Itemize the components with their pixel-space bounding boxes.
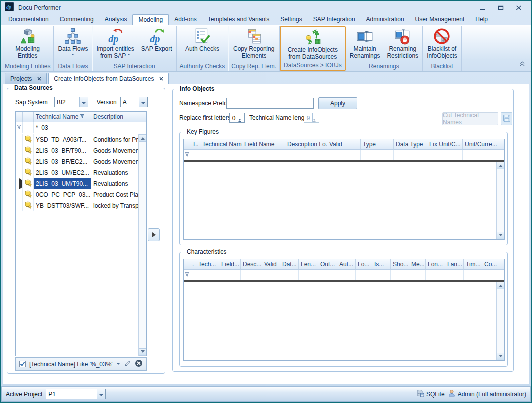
active-project-combo[interactable]: P1 bbox=[46, 389, 106, 399]
sap-system-combo[interactable]: BI2 bbox=[54, 97, 88, 107]
version-combo[interactable]: A bbox=[120, 97, 148, 107]
data-flows-button[interactable]: Data Flows bbox=[54, 26, 91, 62]
column-header[interactable]: Technical Name bbox=[200, 139, 242, 149]
filter-cell[interactable] bbox=[482, 270, 497, 280]
scroll-up-button[interactable] bbox=[497, 162, 504, 169]
column-header[interactable]: Description Lo... bbox=[285, 139, 327, 149]
description-cell[interactable]: Goods Movement... bbox=[91, 156, 138, 167]
ribbon-tab-commenting[interactable]: Commenting bbox=[54, 14, 99, 25]
apply-button[interactable]: Apply bbox=[318, 97, 357, 109]
technical-name-cell[interactable]: 2LIS_03_BF/T90... bbox=[34, 145, 91, 156]
column-header[interactable]: Lo... bbox=[356, 259, 372, 269]
technical-name-cell[interactable]: 2LIS_03_BF/EC2... bbox=[34, 156, 91, 167]
chevron-down-icon[interactable] bbox=[139, 97, 147, 107]
ribbon-tab-templates-and-variants[interactable]: Templates and Variants bbox=[202, 14, 275, 25]
column-header[interactable]: Dat... bbox=[280, 259, 299, 269]
column-header[interactable]: Field... bbox=[219, 259, 241, 269]
chevron-down-icon[interactable] bbox=[79, 97, 88, 107]
filter-cell[interactable] bbox=[299, 270, 318, 280]
filter-cell[interactable] bbox=[372, 270, 391, 280]
filter-cell[interactable] bbox=[426, 270, 445, 280]
filter-cell[interactable] bbox=[394, 150, 427, 160]
description-cell[interactable]: Conditions for Pri... bbox=[91, 134, 138, 145]
table-row[interactable]: 2LIS_03_BF/EC2...Goods Movement... bbox=[16, 156, 138, 167]
filter-cell[interactable] bbox=[242, 150, 285, 160]
scroll-down-button[interactable] bbox=[497, 232, 504, 239]
auth-checks-button[interactable]: Auth Checks bbox=[182, 26, 223, 62]
maintain-renamings-button[interactable]: MaintainRenamings bbox=[346, 26, 384, 62]
cut-technical-names-button[interactable]: Cut Technical Names bbox=[442, 112, 498, 125]
scroll-down-button[interactable] bbox=[139, 348, 146, 356]
vertical-scrollbar[interactable] bbox=[138, 134, 146, 356]
filter-cell[interactable] bbox=[318, 270, 337, 280]
column-header[interactable]: Tech... bbox=[196, 259, 219, 269]
column-header[interactable]: Desc... bbox=[241, 259, 262, 269]
filter-cell[interactable] bbox=[409, 270, 426, 280]
technical-name-cell[interactable]: 2LIS_03_UM/EC2... bbox=[34, 167, 91, 178]
save-button[interactable] bbox=[501, 112, 512, 125]
column-header[interactable]: Type bbox=[361, 139, 394, 149]
column-header[interactable]: Tim... bbox=[464, 259, 482, 269]
filter-cell[interactable] bbox=[190, 150, 200, 160]
filter-cell[interactable] bbox=[262, 270, 280, 280]
column-header[interactable]: Field Name bbox=[242, 139, 285, 149]
document-tab[interactable]: Create InfoObjects from DataSources bbox=[48, 73, 169, 84]
filter-cell[interactable] bbox=[391, 270, 409, 280]
close-button[interactable] bbox=[515, 5, 522, 11]
filter-cell[interactable] bbox=[464, 270, 482, 280]
description-cell[interactable]: locked by Transp... bbox=[91, 200, 138, 211]
column-header[interactable]: Co... bbox=[482, 259, 497, 269]
tab-close-icon[interactable] bbox=[159, 75, 163, 82]
ribbon-collapse-button[interactable] bbox=[518, 60, 526, 67]
scroll-up-button[interactable] bbox=[139, 134, 146, 142]
column-header[interactable]: Technical Name bbox=[34, 112, 91, 122]
edit-filter-icon[interactable] bbox=[124, 360, 131, 368]
column-header[interactable]: Sho... bbox=[391, 259, 409, 269]
filter-cell[interactable] bbox=[16, 122, 23, 133]
filter-cell[interactable] bbox=[184, 270, 190, 280]
filter-cell[interactable] bbox=[23, 122, 34, 133]
document-tab[interactable]: Projects bbox=[5, 73, 47, 84]
copy-reporting-elements-button[interactable]: Copy ReportingElements bbox=[230, 26, 278, 62]
maximize-button[interactable] bbox=[497, 5, 504, 11]
replace-first-letters-spinner[interactable]: 0 bbox=[229, 113, 245, 123]
scroll-up-button[interactable] bbox=[497, 282, 504, 289]
table-row[interactable]: 2LIS_03_UM/T90...Revaluations bbox=[16, 178, 138, 189]
renaming-restrictions-button[interactable]: RenamingRestrictions bbox=[383, 26, 422, 62]
column-header[interactable]: Valid bbox=[327, 139, 361, 149]
ribbon-tab-sap-integration[interactable]: SAP Integration bbox=[308, 14, 361, 25]
filter-cell[interactable] bbox=[463, 150, 497, 160]
column-header[interactable]: Valid bbox=[262, 259, 280, 269]
column-header[interactable]: Description bbox=[91, 112, 138, 122]
minimize-button[interactable] bbox=[479, 5, 486, 11]
ribbon-tab-documentation[interactable]: Documentation bbox=[3, 14, 54, 25]
filter-cell[interactable] bbox=[427, 150, 463, 160]
chevron-down-icon[interactable] bbox=[116, 363, 120, 367]
table-row[interactable]: YB_DSTT03/SWF...locked by Transp... bbox=[16, 200, 138, 211]
sap-export-button[interactable]: dpSAP Export bbox=[138, 26, 176, 62]
scroll-down-button[interactable] bbox=[497, 353, 504, 360]
filter-cell[interactable] bbox=[219, 270, 241, 280]
modeling-entities-button[interactable]: ModelingEntities bbox=[12, 26, 43, 62]
filter-cell[interactable] bbox=[327, 150, 361, 160]
column-header[interactable]: Lon... bbox=[426, 259, 445, 269]
column-header[interactable]: Len... bbox=[299, 259, 318, 269]
table-row[interactable]: 2LIS_03_UM/EC2...Revaluations bbox=[16, 167, 138, 178]
column-header[interactable]: Fix Unit/C... bbox=[427, 139, 463, 149]
import-entities-from-sap-button[interactable]: dpImport entitiesfrom SAP bbox=[93, 26, 137, 62]
column-header[interactable]: . bbox=[190, 259, 196, 269]
expand-right-button[interactable] bbox=[148, 228, 160, 241]
user-status[interactable]: Admin (Full administrator) bbox=[448, 389, 526, 399]
table-row[interactable]: 2LIS_03_BF/T90...Goods Movement... bbox=[16, 145, 138, 156]
ribbon-tab-modeling[interactable]: Modeling bbox=[132, 14, 169, 25]
chevron-down-icon[interactable] bbox=[97, 389, 105, 399]
vertical-scrollbar[interactable] bbox=[496, 282, 504, 360]
column-header[interactable]: Lan... bbox=[445, 259, 464, 269]
column-header[interactable]: Data Type bbox=[394, 139, 427, 149]
ribbon-tab-help[interactable]: Help bbox=[470, 14, 493, 25]
table-row[interactable]: YSD_TD_A903/T...Conditions for Pri... bbox=[16, 134, 138, 145]
description-cell[interactable]: Product Cost Pla... bbox=[91, 189, 138, 200]
ribbon-tab-user-management[interactable]: User Management bbox=[410, 14, 470, 25]
database-status[interactable]: SQLite bbox=[416, 389, 445, 399]
filter-cell[interactable] bbox=[200, 150, 242, 160]
